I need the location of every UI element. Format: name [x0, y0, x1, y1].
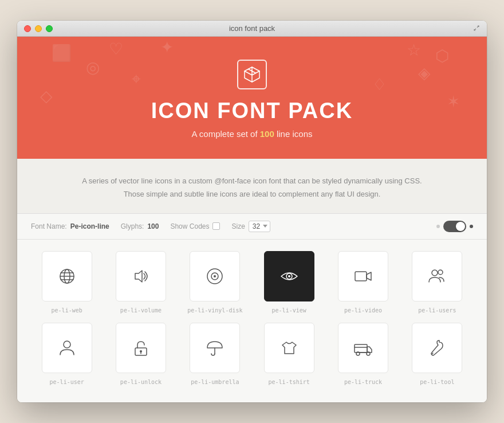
svg-point-13	[432, 270, 438, 276]
toggle-switch[interactable]	[443, 221, 466, 232]
hero-subtitle: A complete set of 100 line icons	[29, 129, 475, 139]
show-codes-label: Show Codes	[170, 222, 209, 230]
svg-point-8	[214, 275, 216, 277]
icons-grid: pe-li-web pe-li-volume pe-	[17, 240, 487, 402]
icon-box-volume[interactable]	[116, 251, 166, 301]
svg-rect-11	[355, 272, 367, 281]
icon-label-volume: pe-li-volume	[120, 307, 162, 314]
glyphs-item: Glyphs: 100	[121, 222, 159, 230]
svg-point-15	[64, 341, 70, 348]
icon-label-users: pe-li-users	[418, 307, 456, 314]
icon-label-umbrella: pe-li-umbrella	[191, 379, 239, 385]
list-item: pe-li-view	[257, 251, 321, 314]
icon-label-view: pe-li-view	[272, 307, 306, 314]
icon-label-tool: pe-li-tool	[420, 379, 454, 385]
description-line1: A series of vector line icons in a custo…	[40, 175, 464, 187]
glyphs-value: 100	[147, 222, 159, 230]
toggle-dot-left	[436, 225, 440, 228]
toolbar: Font Name: Pe-icon-line Glyphs: 100 Show…	[17, 214, 487, 240]
traffic-lights	[24, 25, 53, 32]
icon-box-users[interactable]	[412, 251, 462, 301]
toggle-dot-right	[470, 225, 473, 228]
description-section: A series of vector line icons in a custo…	[17, 159, 487, 213]
list-item: pe-li-users	[405, 251, 470, 314]
size-item: Size 16 24 32 48 64	[231, 221, 270, 232]
description-line2: Those simple and subtle line icons are i…	[40, 188, 464, 201]
show-codes-item: Show Codes	[170, 222, 220, 230]
font-name-item: Font Name: Pe-icon-line	[31, 222, 109, 230]
size-select[interactable]: 16 24 32 48 64	[249, 221, 270, 232]
toggle-container	[436, 221, 473, 232]
list-item: pe-li-truck	[330, 323, 395, 385]
title-bar: icon font pack	[17, 21, 487, 37]
svg-point-10	[288, 275, 290, 277]
close-button[interactable]	[24, 25, 31, 32]
font-name-value: Pe-icon-line	[70, 222, 109, 230]
list-item: pe-li-tshirt	[257, 323, 321, 385]
minimize-button[interactable]	[35, 25, 42, 32]
list-item: pe-li-tool	[405, 323, 470, 385]
svg-marker-5	[135, 271, 142, 282]
hero-box-icon	[237, 60, 267, 89]
svg-marker-12	[367, 272, 371, 280]
icon-box-web[interactable]	[42, 251, 92, 301]
icon-label-truck: pe-li-truck	[344, 379, 382, 385]
icon-box-view[interactable]	[264, 251, 314, 301]
icon-box-user[interactable]	[42, 323, 92, 373]
maximize-button[interactable]	[46, 25, 53, 32]
hero-background: ⬜ ♡ ◎ ✦ ⌖ ☆ ◈ ⬡ ♢ ◇ ✶	[17, 37, 487, 159]
svg-point-14	[438, 270, 443, 275]
hero-section: ⬜ ♡ ◎ ✦ ⌖ ☆ ◈ ⬡ ♢ ◇ ✶ ICON FONT PACK A c…	[17, 37, 487, 159]
icon-box-vinyl-disk[interactable]	[190, 251, 240, 301]
app-window: icon font pack ⬜ ♡ ◎ ✦ ⌖ ☆ ◈ ⬡ ♢ ◇ ✶	[17, 21, 487, 402]
size-label: Size	[231, 222, 245, 230]
fullscreen-icon[interactable]	[473, 25, 480, 33]
icon-label-tshirt: pe-li-tshirt	[269, 379, 310, 385]
icon-box-unlock[interactable]	[116, 323, 166, 373]
list-item: pe-li-umbrella	[183, 323, 247, 385]
glyphs-label: Glyphs:	[121, 222, 144, 230]
show-codes-checkbox[interactable]	[212, 222, 220, 230]
icon-label-video: pe-li-video	[344, 307, 382, 314]
list-item: pe-li-user	[34, 323, 99, 385]
svg-rect-20	[355, 344, 367, 352]
list-item: pe-li-web	[34, 251, 99, 314]
icon-label-web: pe-li-web	[52, 307, 82, 314]
list-item: pe-li-volume	[108, 251, 173, 314]
hero-title: ICON FONT PACK	[29, 99, 475, 123]
font-name-label: Font Name:	[31, 222, 67, 230]
icon-label-user: pe-li-user	[50, 379, 84, 385]
icon-box-tshirt[interactable]	[264, 323, 314, 373]
list-item: pe-li-unlock	[108, 323, 173, 385]
icon-label-vinyl-disk: pe-li-vinyl-disk	[187, 307, 242, 314]
icon-box-tool[interactable]	[412, 323, 462, 373]
icon-box-truck[interactable]	[338, 323, 388, 373]
svg-line-25	[432, 353, 433, 354]
icon-label-unlock: pe-li-unlock	[120, 379, 162, 385]
list-item: pe-li-vinyl-disk	[183, 251, 247, 314]
window-title: icon font pack	[229, 24, 275, 33]
list-item: pe-li-video	[330, 251, 395, 314]
toggle-knob	[456, 222, 465, 231]
icon-box-umbrella[interactable]	[190, 323, 240, 373]
highlight-number: 100	[260, 129, 274, 139]
icon-box-video[interactable]	[338, 251, 388, 301]
